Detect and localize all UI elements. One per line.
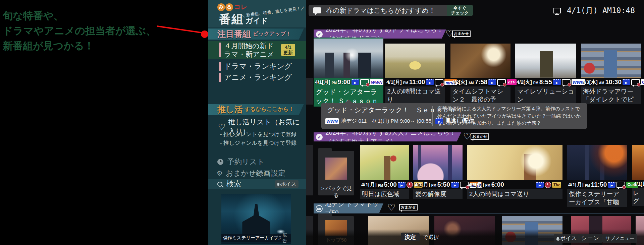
favorite-heart-icon[interactable]: ♡ <box>463 131 471 142</box>
crown-icon <box>316 205 323 212</box>
row2-header-banner: ✓ 2024年、春のおすすめ大人アニメはこちら！（おすすめ大人アニメ） <box>314 132 461 141</box>
scrolled-card-edge <box>306 145 313 195</box>
notification-bar[interactable]: 春の新ドラマはこちらがおすすめ！ 今すぐ チェック <box>309 5 473 16</box>
network-icon <box>553 8 561 13</box>
air-time: 5:50 <box>437 181 450 188</box>
air-time: 10:30 <box>605 78 622 86</box>
sidebar-item-auto-recording[interactable]: ⚙ おまかせ録画設定 <box>208 168 306 178</box>
section-pickup-banner: 注目番組 ピックアップ！ <box>208 28 304 40</box>
scene-key-hint: シーン <box>578 234 603 243</box>
program-title-line: レグ <box>633 189 643 205</box>
ad-caption-text: 傑作ミステリーアーカイブス「甘… <box>223 235 281 241</box>
program-card[interactable]: 4/2[火] AM 7:58 ▶ eTV タイムシフトマシン２ 最後の予約」 <box>450 44 511 104</box>
program-card[interactable]: 4/2[火] PM 8:55 ▶ WWN マイレゾリューション <box>515 44 576 104</box>
reservations-label: 予約リスト <box>227 157 265 167</box>
mic-icon <box>277 183 279 186</box>
ad-banner[interactable]: 傑作ミステリーアーカイブス「甘… 広告 <box>221 194 291 244</box>
voice-key-hint: ボイス <box>554 234 580 243</box>
air-time: 11:50 <box>591 181 607 188</box>
omakase-tag[interactable]: おまかせ <box>452 30 471 37</box>
program-card[interactable]: 4/1[月] PM 6:00 ▶ The 2人の時間はコマ送り <box>467 145 562 199</box>
program-card-selected[interactable]: 4/1[月] PM 9:00 ▶ WWN グッド・シアターラック！ Ｓｅａｓｏｎ… <box>314 38 383 107</box>
channel-logo: The <box>552 182 561 188</box>
panel-pointer <box>345 100 353 103</box>
sidebar-item-drama-ranking[interactable]: ドラマ・ランキング <box>208 61 306 71</box>
datetime-text: 4/1(月) AM10:48 <box>567 5 635 16</box>
am-pm: PM <box>332 81 337 85</box>
notification-text: 春の新ドラマはこちらがおすすめ！ <box>326 6 435 15</box>
sidebar: み る コレ ＼ 新番組、特番、推しを発見！／ 番組 ガイド 注目番組 ピックア… <box>208 0 306 245</box>
voice-search-button[interactable]: ボイス <box>275 180 299 188</box>
air-date: 4/2[火] <box>517 79 532 85</box>
search-label: 検索 <box>226 179 241 189</box>
program-meta: 4/1[月] PM 9:00 ▶ WWN <box>314 78 383 86</box>
sidebar-item-anime-ranking[interactable]: アニメ・ランキング <box>208 72 306 82</box>
program-card[interactable]: 4/1[月] PM 5:00 ▶ The 明日は広色域 <box>360 145 409 199</box>
sidebar-item-register-genre[interactable]: - 推しジャンルを見つけて登録 <box>220 139 297 147</box>
award-badge-icon: ✓ <box>316 31 323 38</box>
catchup-clock-icon <box>435 79 443 85</box>
item-accent-bar <box>219 43 221 57</box>
streaming-icon: ▶ <box>553 79 561 85</box>
air-date: 4/1[月] <box>469 182 484 188</box>
air-date: 4/1[月] <box>634 181 644 187</box>
channel-logo: WWN <box>370 79 383 85</box>
update-badge-text: 更新 <box>281 50 295 55</box>
air-time: 7:58 <box>475 78 487 86</box>
check-now-button[interactable]: 今すぐ チェック <box>447 5 473 16</box>
program-thumbnail <box>515 44 576 78</box>
sidebar-item-label: ドラマ・ランキング <box>224 61 292 71</box>
sidebar-item-register-talent[interactable]: - 推しタレントを見つけて登録 <box>220 131 297 138</box>
streaming-icon: ▶ <box>352 79 359 85</box>
air-date: 4/1[月] <box>361 182 377 188</box>
streaming-icon: ▶ <box>426 79 434 85</box>
catchup-clock-icon <box>631 79 640 85</box>
program-thumbnail <box>450 44 511 78</box>
air-date: 4/1[月] <box>415 182 430 188</box>
omakase-tag[interactable]: おまかせ <box>399 204 418 210</box>
streaming-icon: ▶ <box>398 182 406 188</box>
program-thumbnail <box>581 44 641 78</box>
catchup-clock-icon <box>616 182 625 188</box>
program-card-partial[interactable]: 4/1[月] レグ 機は <box>632 145 644 206</box>
annotation-line: 旬な特番や、 <box>3 8 156 23</box>
omakase-tag[interactable]: おまかせ <box>471 133 489 140</box>
catchup-clock-icon <box>360 79 369 85</box>
air-date: 4/1[月] <box>315 79 330 85</box>
detail-channel-info: 地デジ 011 4/ 1(月) PM 9:00～ (00:55) <box>341 118 433 125</box>
am-pm: AM <box>469 81 474 85</box>
sidebar-item-search[interactable]: 検索 ボイス <box>208 179 306 189</box>
program-detail-panel: グッド・シアターラック！ Ｓｅａｓｏｎ４ WWN 地デジ 011 4/ 1(月)… <box>321 103 587 129</box>
streaming-icon: ▶ <box>623 79 630 85</box>
catchup-clock-icon <box>562 79 571 85</box>
program-title: 愛の解像度 <box>413 189 463 199</box>
scrolled-card-edge <box>306 78 313 105</box>
voice-hint-label: ボイス <box>560 235 577 242</box>
am-pm: PM <box>485 184 490 187</box>
rec-clock-icon <box>407 182 413 188</box>
sidebar-item-reservations[interactable]: 予約リスト <box>208 157 306 167</box>
program-meta: 4/3[水] AM 10:30 ▶ COG <box>581 78 641 86</box>
streaming-icon: ▶ <box>451 182 459 188</box>
status-clock: 4/1(月) AM10:48 <box>553 5 635 16</box>
program-card[interactable]: 4/1[月] PM 11:50 ▶ Ccns 傑作ミステリーアーカイブス「甘噛家… <box>567 145 627 207</box>
logo-kore: コレ <box>234 3 247 11</box>
program-title: 傑作ミステリーアーカイブス「甘噛家の華麗なる一… <box>567 189 627 207</box>
pack-folder-card[interactable]: ＞パックで見る <box>318 151 354 195</box>
sidebar-item-new-programs[interactable]: ４月開始の新ドラマ・新アニメ 4/1 更新 <box>208 41 306 59</box>
annotation-line: ドラマやアニメの担当者が選ぶ、 <box>3 23 156 38</box>
clock-icon <box>217 159 223 165</box>
ok-key-hint-suffix: で選択 <box>423 234 439 241</box>
program-title: 2人の時間はコマ送り <box>467 189 562 199</box>
program-card[interactable]: 4/1[月] PM 5:50 ▶ mrnV 愛の解像度 <box>413 145 463 199</box>
program-title: レグ 機は <box>632 188 644 206</box>
voice-label: ボイス <box>281 181 296 187</box>
program-card[interactable]: 4/3[水] AM 10:30 ▶ COG 海外ドラマアワー「ダイレクトでピュア… <box>581 44 641 104</box>
program-thumbnail <box>467 145 562 180</box>
annotation-arrow-dot <box>201 30 208 38</box>
program-thumbnail <box>385 44 445 78</box>
favorite-heart-icon[interactable]: ♡ <box>387 202 395 213</box>
program-title-line: 機は <box>633 205 643 206</box>
program-card[interactable]: 4/1[月] PM 11:00 ▶ mrnV 2人の時間はコマ送り <box>385 44 445 104</box>
app-title-main: 番組 <box>219 12 244 25</box>
